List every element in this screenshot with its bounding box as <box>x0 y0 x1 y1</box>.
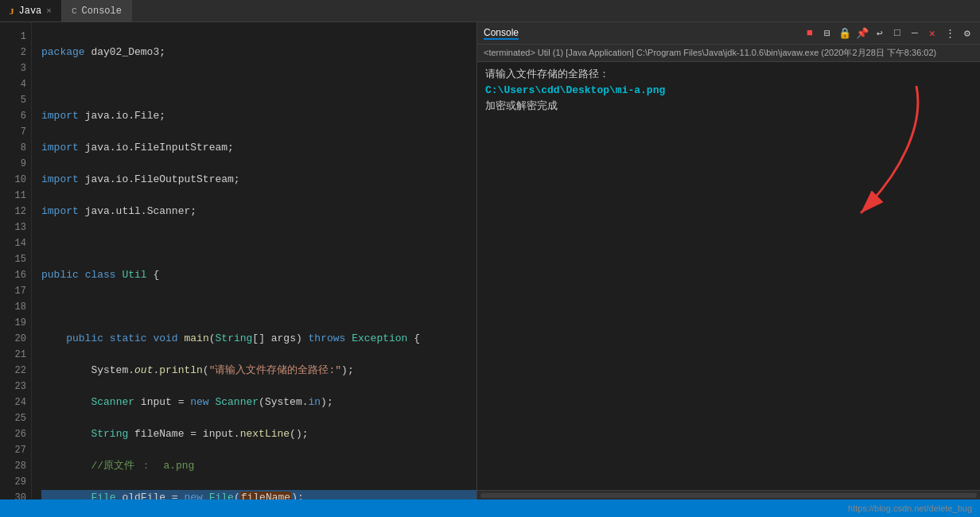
console-body[interactable]: 请输入文件存储的全路径： C:\Users\cdd\Desktop\mi-a.p… <box>477 62 980 490</box>
code-line-1: package day02_Demo3; <box>41 45 477 60</box>
toolbar-scroll-lock-icon[interactable]: 🔒 <box>838 27 851 40</box>
console-tab-title[interactable]: Console <box>484 27 519 40</box>
code-line-13: String fileName = input.nextLine(); <box>41 426 477 442</box>
main-content: 12345 678910 1112131415 1617181920 21222… <box>0 22 980 500</box>
code-line-6: import java.util.Scanner; <box>41 204 477 220</box>
toolbar-close-icon[interactable]: ✕ <box>926 27 939 40</box>
tab-java-icon: J <box>10 6 14 16</box>
code-line-5: import java.io.FileOutputStream; <box>41 172 477 188</box>
code-line-10: public static void main(String[] args) t… <box>41 331 477 347</box>
toolbar-viewmenu-icon[interactable]: ⋮ <box>943 27 956 40</box>
tab-java-label: Java <box>19 6 42 17</box>
code-line-11: System.out.println("请输入文件存储的全路径:"); <box>41 363 477 379</box>
code-line-3: import java.io.File; <box>41 108 477 124</box>
toolbar-minimize-icon[interactable]: — <box>908 27 921 40</box>
toolbar-pin-icon[interactable]: 📌 <box>856 27 869 40</box>
code-line-7 <box>41 235 477 251</box>
console-scrollbar-track <box>480 493 977 498</box>
code-line-8: public class Util { <box>41 267 477 283</box>
tab-java[interactable]: J Java × <box>0 0 62 21</box>
tab-console-label: Console <box>82 6 122 17</box>
toolbar-clear-icon[interactable]: ⊟ <box>821 27 834 40</box>
tab-console-icon: C <box>72 6 77 16</box>
code-line-9 <box>41 299 477 315</box>
console-done-line: 加密或解密完成 <box>485 99 972 115</box>
code-area: 12345 678910 1112131415 1617181920 21222… <box>0 22 476 500</box>
code-line-12: Scanner input = new Scanner(System.in); <box>41 395 477 410</box>
console-terminated-bar: <terminated> Util (1) [Java Application]… <box>477 45 980 62</box>
console-terminated-text: <terminated> Util (1) [Java Application]… <box>484 48 936 57</box>
code-line-2 <box>41 76 477 92</box>
toolbar-settings-icon[interactable]: ⚙ <box>961 27 974 40</box>
console-toolbar: ■ ⊟ 🔒 📌 ↩ □ — ✕ ⋮ ⚙ <box>803 27 974 40</box>
console-path-value: C:\Users\cdd\Desktop\mi-a.png <box>485 84 665 96</box>
tab-console[interactable]: C Console <box>62 0 132 21</box>
console-prompt-text: 请输入文件存储的全路径： <box>485 68 609 80</box>
code-line-14: //原文件 ： a.png <box>41 458 477 474</box>
code-lines: package day02_Demo3; import java.io.File… <box>32 22 477 500</box>
console-done-text: 加密或解密完成 <box>485 100 558 112</box>
status-bar: https://blog.csdn.net/delete_bug <box>0 500 980 517</box>
code-line-4: import java.io.FileInputStream; <box>41 140 477 156</box>
tab-bar: J Java × C Console <box>0 0 980 22</box>
watermark-text: https://blog.csdn.net/delete_bug <box>848 503 972 513</box>
toolbar-word-wrap-icon[interactable]: ↩ <box>873 27 886 40</box>
console-scrollbar[interactable] <box>477 490 980 500</box>
code-editor[interactable]: 12345 678910 1112131415 1617181920 21222… <box>0 22 477 500</box>
toolbar-terminate-icon[interactable]: ■ <box>803 27 816 40</box>
code-line-15: File oldFile = new File(fileName); <box>41 490 477 500</box>
console-path-line: C:\Users\cdd\Desktop\mi-a.png <box>485 83 972 99</box>
console-prompt-line: 请输入文件存储的全路径： <box>485 67 972 83</box>
line-numbers: 12345 678910 1112131415 1617181920 21222… <box>0 22 32 500</box>
console-panel: Console ■ ⊟ 🔒 📌 ↩ □ — ✕ ⋮ ⚙ <terminated>… <box>477 22 980 500</box>
tab-java-close[interactable]: × <box>46 6 52 16</box>
console-header: Console ■ ⊟ 🔒 📌 ↩ □ — ✕ ⋮ ⚙ <box>477 22 980 45</box>
toolbar-maximize-icon[interactable]: □ <box>891 27 904 40</box>
